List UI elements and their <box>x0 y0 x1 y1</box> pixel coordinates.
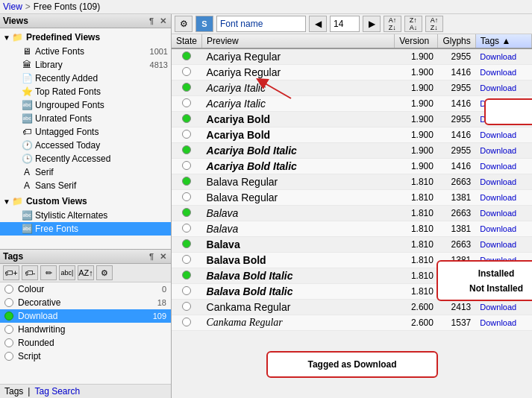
tag-item-handwriting[interactable]: Handwriting <box>0 323 171 336</box>
tags-cell[interactable]: Download <box>475 253 531 268</box>
col-state[interactable]: State <box>172 34 202 48</box>
download-link[interactable]: Download <box>480 146 516 155</box>
tags-cell[interactable]: Download <box>475 315 531 331</box>
tags-cell[interactable]: Download <box>475 80 531 96</box>
tag-abc-button[interactable]: abc| <box>59 265 75 280</box>
sidebar-item-library[interactable]: 🏛 Library 4813 <box>0 58 171 72</box>
tags-close-button[interactable]: ✕ <box>158 252 168 262</box>
sort-az-button[interactable]: A↑Z↓ <box>384 16 401 32</box>
download-link[interactable]: Download <box>480 240 516 249</box>
download-link[interactable]: Download <box>480 256 516 265</box>
sidebar-item-free-fonts[interactable]: 🔤 Free Fonts <box>0 222 171 236</box>
table-row[interactable]: Acariya Bold Italic1.9001416Download <box>172 159 532 174</box>
col-glyphs[interactable]: Glyphs <box>438 34 475 48</box>
tags-cell[interactable]: Download <box>475 284 531 300</box>
download-link[interactable]: Download <box>480 303 516 312</box>
table-row[interactable]: Acariya Italic1.9002955Download <box>172 80 532 96</box>
sidebar-item-stylistic-alt[interactable]: 🔤 Stylistic Alternates <box>0 209 171 222</box>
tags-pin-button[interactable]: ¶ <box>148 252 155 262</box>
breadcrumb-view[interactable]: View <box>3 1 22 12</box>
tag-item-colour[interactable]: Colour 0 <box>0 282 171 296</box>
table-row[interactable]: Acariya Bold1.9001416Download <box>172 127 532 143</box>
tags-cell[interactable]: Download <box>475 268 531 284</box>
custom-views-header[interactable]: ▼ 📁 Custom Views <box>0 194 171 209</box>
tags-cell[interactable]: Download <box>475 48 531 65</box>
table-row[interactable]: Balava Regular1.8102663Download <box>172 174 532 190</box>
views-close-button[interactable]: ✕ <box>158 16 168 26</box>
tag-sort-button[interactable]: AZ↑ <box>78 265 94 280</box>
download-link[interactable]: Download <box>480 162 516 171</box>
table-row[interactable]: Acariya Regular1.9001416Download <box>172 65 532 80</box>
tags-cell[interactable]: Download <box>475 190 531 206</box>
table-row[interactable]: Cankama Regular2.6002413Download <box>172 300 532 315</box>
tags-cell[interactable]: Download <box>475 206 531 221</box>
tags-footer-search[interactable]: Tag Search <box>34 386 80 397</box>
table-row[interactable]: Balava Bold Italic1.8102663Download <box>172 268 532 284</box>
tag-item-script[interactable]: Script <box>0 350 171 363</box>
font-name-input[interactable] <box>216 16 306 32</box>
download-link[interactable]: Download <box>480 209 516 218</box>
tags-cell[interactable]: Download <box>475 96 531 112</box>
table-row[interactable]: Acariya Bold1.9002955Download <box>172 112 532 127</box>
download-link[interactable]: Download <box>480 68 516 77</box>
sidebar-item-unrated[interactable]: 🔤 Unrated Fonts <box>0 112 171 125</box>
download-link[interactable]: Download <box>480 224 516 233</box>
tags-cell[interactable]: Download <box>475 127 531 143</box>
tag-item-download[interactable]: Download 109 <box>0 309 171 323</box>
sidebar-item-untagged[interactable]: 🏷 Untagged Fonts <box>0 125 171 139</box>
predefined-views-header[interactable]: ▼ 📁 Predefined Views <box>0 30 171 45</box>
col-preview[interactable]: Preview <box>202 34 395 48</box>
tag-delete-button[interactable]: 🏷- <box>22 265 38 280</box>
table-row[interactable]: Balava1.8102663Download <box>172 206 532 221</box>
table-row[interactable]: Balava Bold1.8101381Download <box>172 253 532 268</box>
table-row[interactable]: Cankama Regular2.6001537Download <box>172 315 532 331</box>
download-link[interactable]: Download <box>480 318 516 327</box>
download-link[interactable]: Download <box>480 130 516 139</box>
table-row[interactable]: Balava1.8102663Download <box>172 237 532 253</box>
sidebar-item-accessed-today[interactable]: 🕐 Accessed Today <box>0 139 171 152</box>
table-row[interactable]: Balava1.8101381Download <box>172 221 532 237</box>
download-link[interactable]: Download <box>480 271 516 280</box>
sort-cols-button[interactable]: A↑Z↓ <box>425 16 443 32</box>
col-version[interactable]: Version <box>395 34 438 48</box>
tags-cell[interactable]: Download <box>475 143 531 159</box>
table-row[interactable]: Acariya Italic1.9001416Download <box>172 96 532 112</box>
tag-more-button[interactable]: ⚙ <box>96 265 113 280</box>
table-row[interactable]: Acariya Regular1.9002955Download <box>172 48 532 65</box>
sidebar-item-top-rated[interactable]: ⭐ Top Rated Fonts <box>0 85 171 98</box>
tags-cell[interactable]: Download <box>475 237 531 253</box>
sidebar-item-ungrouped[interactable]: 🔤 Ungrouped Fonts <box>0 98 171 112</box>
font-size-down-button[interactable]: ◀ <box>309 16 327 32</box>
preview-settings-icon[interactable]: ⚙ <box>175 16 193 32</box>
download-link[interactable]: Download <box>480 83 516 92</box>
views-pin-button[interactable]: ¶ <box>148 16 155 26</box>
sidebar-item-sans-serif[interactable]: A Sans Serif <box>0 179 171 192</box>
sidebar-item-recently-accessed[interactable]: 🕒 Recently Accessed <box>0 152 171 165</box>
table-row[interactable]: Acariya Bold Italic1.9002955Download <box>172 143 532 159</box>
tag-item-rounded[interactable]: Rounded <box>0 336 171 350</box>
tag-edit-button[interactable]: ✏ <box>40 265 57 280</box>
s-icon-button[interactable]: S <box>195 16 213 32</box>
sidebar-item-active-fonts[interactable]: 🖥 Active Fonts 1001 <box>0 45 171 58</box>
tags-cell[interactable]: Download <box>475 221 531 237</box>
download-link[interactable]: Download <box>480 115 516 124</box>
tag-item-decorative[interactable]: Decorative 18 <box>0 296 171 309</box>
download-link[interactable]: Download <box>480 52 516 61</box>
download-link[interactable]: Download <box>480 99 516 108</box>
download-link[interactable]: Download <box>480 287 516 296</box>
tags-cell[interactable]: Download <box>475 300 531 315</box>
sidebar-item-recently-added[interactable]: 📄 Recently Added <box>0 72 171 85</box>
tags-cell[interactable]: Download <box>475 65 531 80</box>
sort-za-button[interactable]: Z↑A↓ <box>404 16 422 32</box>
font-size-up-button[interactable]: ▶ <box>363 16 381 32</box>
tags-cell[interactable]: Download <box>475 174 531 190</box>
tags-cell[interactable]: Download <box>475 159 531 174</box>
sidebar-item-serif[interactable]: A Serif <box>0 165 171 179</box>
table-row[interactable]: Balava Bold Italic1.8101381Download <box>172 284 532 300</box>
download-link[interactable]: Download <box>480 193 516 202</box>
tags-cell[interactable]: Download <box>475 112 531 127</box>
download-link[interactable]: Download <box>480 177 516 186</box>
font-size-input[interactable] <box>330 16 360 32</box>
table-row[interactable]: Balava Regular1.8101381Download <box>172 190 532 206</box>
tag-add-button[interactable]: 🏷+ <box>3 265 19 280</box>
